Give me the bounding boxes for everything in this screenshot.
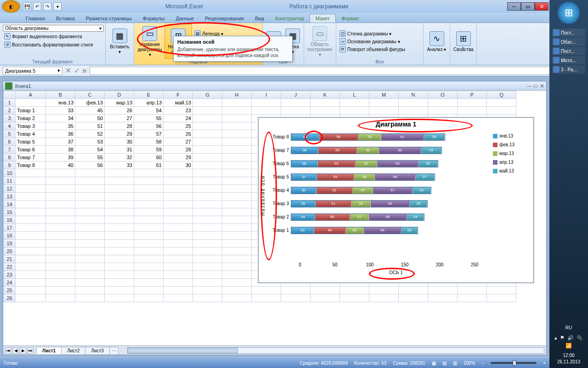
formula-bar: Диаграмма 5▾ ✕ ✓ fx ▾	[0, 65, 588, 76]
plot-area-button[interactable]: ▭Область построения ▾	[306, 24, 334, 59]
properties-button[interactable]: ⊞Свойства	[452, 24, 475, 59]
format-selection-button[interactable]: ✎Формат выделенного фрагмента	[3, 33, 102, 40]
y-axis-title[interactable]: Название оси	[259, 129, 267, 262]
chart-object[interactable]: Диаграмма 1 Название оси Товар 840563361…	[258, 117, 534, 283]
ribbon-tabs: Главная Вставка Разметка страницы Формул…	[0, 13, 588, 23]
group-analysis: ∿Анализ ▾	[424, 23, 450, 65]
chart-title-icon: ▭	[142, 26, 157, 41]
quick-access-toolbar: 💾 ↶ ↷ ▾	[23, 2, 62, 11]
scrollbar-thumb[interactable]	[128, 348, 238, 353]
sheet-tabs: ⏮ ◀ ▶ ⏭ Лист1 Лист2 Лист3 ⋯	[3, 345, 546, 355]
tray-up-icon[interactable]: ▴	[554, 335, 557, 341]
name-box[interactable]: Диаграмма 5▾	[3, 67, 62, 75]
properties-icon: ⊞	[456, 31, 471, 46]
chart-tools-title: Работа с диаграммами	[289, 3, 349, 10]
formula-input[interactable]	[90, 67, 579, 75]
status-bar: Готово Среднее: 4628,688889 Количество: …	[0, 358, 549, 368]
taskbar-item[interactable]: Обзо...	[552, 38, 585, 46]
group-plot-area: ▭Область построения ▾	[304, 23, 336, 65]
taskbar-item[interactable]: 3 - Pa...	[552, 65, 585, 74]
titlebar: ◧ 💾 ↶ ↷ ▾ Microsoft Excel Работа с диагр…	[0, 0, 588, 13]
analysis-button[interactable]: ∿Анализ ▾	[425, 24, 448, 59]
tab-insert[interactable]: Вставка	[51, 14, 80, 23]
tooltip-axis-titles: Названия осей Добавление, удаление или р…	[173, 36, 293, 62]
close-button[interactable]: ✕	[535, 2, 548, 11]
view-pagebreak-icon[interactable]: ▥	[453, 361, 457, 366]
group-properties: ⊞Свойства	[450, 23, 477, 65]
chart-floor-button[interactable]: ▱Основание диаграммы ▾	[338, 38, 407, 45]
enter-icon[interactable]: ✓	[74, 66, 80, 75]
zoom-out-button[interactable]: −	[481, 361, 484, 366]
chart-wall-button[interactable]: ◫Стенка диаграммы ▾	[338, 30, 407, 37]
zoom-slider[interactable]	[491, 362, 537, 364]
tab-view[interactable]: Вид	[249, 14, 270, 23]
workbook-titlebar: Книга1 ─ ▭ ✕	[3, 81, 546, 91]
cancel-icon[interactable]: ✕	[65, 66, 71, 75]
maximize-button[interactable]: ▭	[521, 2, 535, 11]
new-sheet-button[interactable]: ⋯	[109, 347, 119, 354]
taskbar-item[interactable]: Micro...	[552, 56, 585, 64]
taskbar-item[interactable]: Пост...	[552, 47, 585, 55]
horizontal-scrollbar[interactable]	[127, 347, 544, 354]
tab-home[interactable]: Главная	[20, 14, 51, 23]
qat-dropdown-icon[interactable]: ▾	[53, 2, 62, 11]
book-close-button[interactable]: ✕	[540, 83, 544, 89]
chart-title[interactable]: Диаграмма 1	[259, 118, 533, 129]
reset-style-button[interactable]: ↺Восстановить форматирование стиля	[3, 41, 102, 48]
x-axis: 050100150200250	[259, 262, 533, 267]
floor-icon: ▱	[339, 38, 346, 45]
view-layout-icon[interactable]: ▤	[442, 361, 447, 366]
x-axis-title[interactable]: ОСЬ 1	[259, 267, 533, 275]
flag-icon[interactable]: ⚑	[560, 335, 565, 341]
tray-icons-2[interactable]: 📶	[565, 343, 572, 349]
power-icon[interactable]: 🔌	[577, 335, 583, 341]
undo-icon[interactable]: ↶	[33, 2, 41, 11]
chart-legend[interactable]: янв.13фев.13мар.13апр.13май.13	[491, 129, 533, 262]
taskbar-item[interactable]: Пост...	[552, 29, 585, 37]
tab-page-layout[interactable]: Разметка страницы	[80, 14, 137, 23]
language-indicator[interactable]: RU	[565, 325, 572, 330]
group-background: ◫Стенка диаграммы ▾ ▱Основание диаграммы…	[336, 23, 424, 65]
book-minimize-button[interactable]: ─	[527, 83, 531, 89]
group-insert: ▦Вставить ▾	[106, 23, 134, 65]
zoom-in-button[interactable]: +	[543, 361, 546, 366]
zoom-level[interactable]: 100%	[464, 361, 475, 366]
workspace: Книга1 ─ ▭ ✕ ABCDEFGHIJKLMNOPQ1янв.13фев…	[0, 76, 549, 358]
sheet-tab-1[interactable]: Лист1	[36, 347, 62, 354]
sheet-tab-3[interactable]: Лист3	[85, 347, 109, 354]
redo-icon[interactable]: ↷	[43, 2, 51, 11]
sheet-area[interactable]: ABCDEFGHIJKLMNOPQ1янв.13фев.13мар.13апр.…	[3, 91, 546, 345]
insert-button[interactable]: ▦Вставить ▾	[107, 24, 132, 59]
chart-title-button[interactable]: ▭Название диаграммы ▾	[136, 24, 164, 59]
workbook-window: Книга1 ─ ▭ ✕ ABCDEFGHIJKLMNOPQ1янв.13фев…	[3, 81, 547, 355]
windows-taskbar: ⊞ Пост...Обзо...Пост...Micro...3 - Pa...…	[549, 0, 588, 368]
plot-area[interactable]: Товар 84056336130Товар 73955326029Товар …	[267, 129, 491, 262]
network-icon[interactable]: 📶	[565, 343, 572, 349]
save-icon[interactable]: 💾	[23, 2, 31, 11]
status-ready: Готово	[4, 361, 18, 366]
volume-icon[interactable]: 🔊	[567, 335, 574, 341]
tab-data[interactable]: Данные	[170, 14, 199, 23]
tray-icons[interactable]: ▴ ⚑ 🔊 🔌	[554, 335, 583, 341]
tab-format[interactable]: Формат	[336, 14, 365, 23]
sheet-nav-prev-icon[interactable]: ◀	[12, 347, 19, 354]
sheet-nav-first-icon[interactable]: ⏮	[5, 347, 11, 354]
rotation-3d-button[interactable]: ⟳Поворот объемной фигуры	[338, 46, 407, 53]
tab-formulas[interactable]: Формулы	[137, 14, 170, 23]
tab-chart-layout[interactable]: Макет	[310, 14, 336, 23]
sheet-nav-next-icon[interactable]: ▶	[20, 347, 26, 354]
start-button[interactable]: ⊞	[558, 2, 580, 24]
tab-design[interactable]: Конструктор	[270, 14, 310, 23]
excel-file-icon	[5, 82, 12, 90]
minimize-button[interactable]: ─	[507, 2, 521, 11]
clock[interactable]: 12:00 26.11.2013	[557, 351, 580, 368]
fx-icon[interactable]: fx	[83, 68, 87, 74]
sheet-tab-2[interactable]: Лист2	[61, 347, 85, 354]
chart-element-dropdown[interactable]: Область диаграммы▾	[3, 25, 104, 32]
rotation-icon: ⟳	[339, 46, 346, 52]
book-maximize-button[interactable]: ▭	[533, 83, 538, 89]
view-normal-icon[interactable]: ▦	[432, 361, 436, 366]
tab-review[interactable]: Рецензирование	[199, 14, 249, 23]
sheet-nav-last-icon[interactable]: ⏭	[27, 347, 34, 354]
office-button[interactable]: ◧	[2, 0, 20, 13]
